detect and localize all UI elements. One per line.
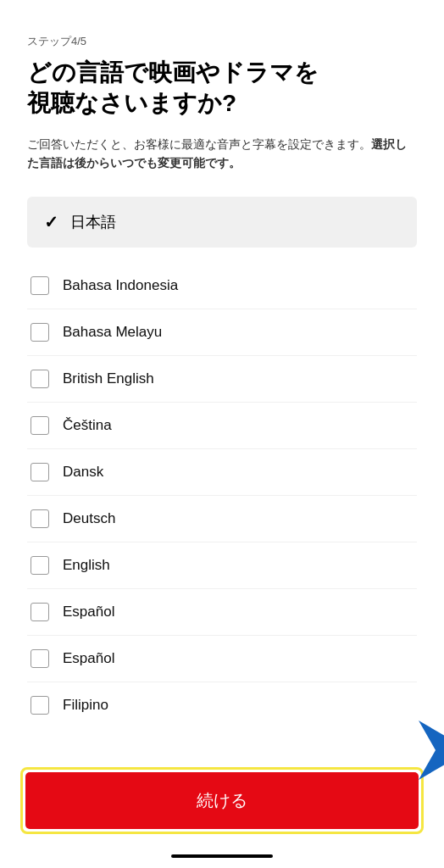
list-item[interactable]: Filipino [27, 682, 417, 728]
list-item[interactable]: English [27, 542, 417, 589]
list-item[interactable]: Čeština [27, 403, 417, 449]
language-name: British English [63, 370, 154, 387]
selected-language-item[interactable]: ✓ 日本語 [27, 197, 417, 248]
checkbox-espanol1[interactable] [31, 603, 49, 621]
checkbox-dansk[interactable] [31, 463, 49, 481]
content-area: ステップ4/5 どの言語で映画やドラマを視聴なさいますか? ご回答いただくと、お… [0, 0, 444, 767]
list-item[interactable]: British English [27, 356, 417, 403]
language-name: Čeština [63, 417, 112, 434]
checkbox-bahasa-indonesia[interactable] [31, 276, 49, 295]
checkbox-english[interactable] [31, 556, 49, 575]
checkmark-icon: ✓ [44, 212, 58, 232]
language-name: Bahasa Melayu [63, 324, 162, 341]
language-name: Filipino [63, 697, 108, 714]
description-part1: ご回答いただくと、お客様に最適な音声と字幕を設定できます。 [27, 137, 371, 151]
page-title: どの言語で映画やドラマを視聴なさいますか? [27, 58, 417, 120]
continue-button-outline: 続ける [20, 767, 424, 834]
home-indicator [0, 851, 444, 868]
page-container: ステップ4/5 どの言語で映画やドラマを視聴なさいますか? ご回答いただくと、お… [0, 0, 444, 868]
selected-language-label: 日本語 [70, 212, 116, 232]
list-item[interactable]: Español [27, 636, 417, 682]
svg-marker-0 [419, 721, 444, 780]
checkbox-espanol2[interactable] [31, 649, 49, 668]
checkbox-bahasa-melayu[interactable] [31, 323, 49, 342]
continue-button-wrapper: 続ける [0, 767, 444, 851]
language-name: English [63, 557, 110, 574]
list-item[interactable]: Deutsch [27, 496, 417, 542]
checkbox-cestina[interactable] [31, 416, 49, 435]
step-label: ステップ4/5 [27, 34, 417, 49]
language-name: Español [63, 650, 114, 667]
home-bar [171, 854, 273, 858]
language-list: Bahasa Indonesia Bahasa Melayu British E… [27, 263, 417, 728]
list-item[interactable]: Bahasa Indonesia [27, 263, 417, 309]
checkbox-british-english[interactable] [31, 370, 49, 388]
list-item[interactable]: Bahasa Melayu [27, 309, 417, 356]
list-item[interactable]: Dansk [27, 449, 417, 496]
language-name: Deutsch [63, 510, 115, 527]
list-item[interactable]: Español [27, 589, 417, 636]
language-name: Español [63, 604, 114, 620]
continue-button[interactable]: 続ける [25, 772, 419, 829]
description-text: ご回答いただくと、お客様に最適な音声と字幕を設定できます。選択した言語は後からい… [27, 135, 417, 173]
checkbox-deutsch[interactable] [31, 509, 49, 528]
language-name: Dansk [63, 464, 103, 481]
checkbox-filipino[interactable] [31, 696, 49, 715]
arrow-icon [410, 716, 444, 784]
language-name: Bahasa Indonesia [63, 277, 178, 294]
